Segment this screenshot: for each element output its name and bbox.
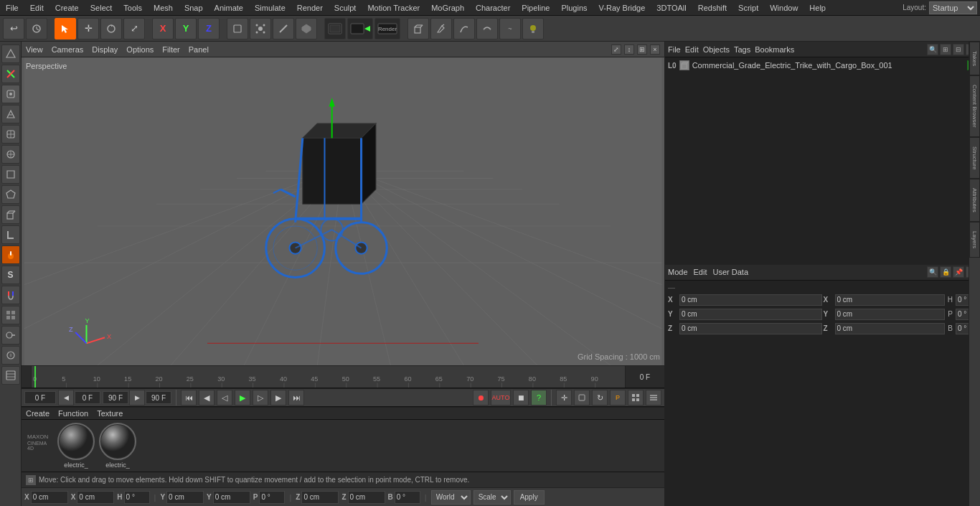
settings-btn[interactable] bbox=[646, 390, 661, 406]
question-btn[interactable]: ? bbox=[531, 390, 547, 406]
coord-y1-input[interactable] bbox=[166, 491, 204, 504]
menu-window[interactable]: Window bbox=[764, 2, 804, 14]
scale-tool-button[interactable]: ⤢ bbox=[123, 18, 145, 39]
undo-button[interactable]: ↩ bbox=[3, 18, 24, 39]
attr-lock-btn[interactable]: 🔒 bbox=[940, 266, 951, 278]
attr-pin-btn[interactable]: 📌 bbox=[953, 266, 964, 278]
coord-p-input[interactable] bbox=[259, 491, 285, 504]
frame-field-2[interactable] bbox=[75, 391, 100, 404]
scale-dropdown[interactable]: Scale Size bbox=[473, 490, 511, 505]
menu-select[interactable]: Select bbox=[85, 2, 118, 14]
viewport-menu-cameras[interactable]: Cameras bbox=[52, 45, 84, 54]
menu-3dtoall[interactable]: 3DTOAll bbox=[651, 2, 692, 14]
prev-arrow-btn[interactable]: ◀ bbox=[58, 390, 74, 406]
loop-btn[interactable]: ↻ bbox=[592, 390, 608, 406]
sidebar-magnet-tool[interactable] bbox=[1, 286, 20, 304]
apply-button[interactable]: Apply bbox=[514, 490, 545, 505]
menu-mograph[interactable]: MoGraph bbox=[425, 2, 470, 14]
viewport-menu-options[interactable]: Options bbox=[126, 45, 154, 54]
obj-menu-file[interactable]: File bbox=[668, 45, 681, 54]
select-tool-button[interactable] bbox=[55, 18, 76, 39]
deformer-button[interactable] bbox=[476, 18, 498, 39]
bulb-button[interactable] bbox=[522, 18, 544, 39]
edge-mode-button[interactable] bbox=[273, 18, 294, 39]
menu-create[interactable]: Create bbox=[50, 2, 85, 14]
menu-mesh[interactable]: Mesh bbox=[148, 2, 179, 14]
object-mode-button[interactable] bbox=[227, 18, 248, 39]
record-btn[interactable]: ⏺ bbox=[473, 390, 489, 406]
sidebar-tool-3[interactable] bbox=[1, 85, 20, 103]
next-keyframe-btn[interactable]: ▷ bbox=[253, 390, 268, 406]
attr-menu-userdata[interactable]: User Data bbox=[713, 268, 749, 276]
sidebar-l-tool[interactable] bbox=[1, 225, 20, 244]
menu-snap[interactable]: Snap bbox=[179, 2, 209, 14]
coord-h-input[interactable] bbox=[124, 491, 150, 504]
render-region-button[interactable] bbox=[324, 18, 346, 39]
menu-redshift[interactable]: Redshift bbox=[692, 2, 732, 14]
menu-help[interactable]: Help bbox=[804, 2, 831, 14]
next-arrow-btn[interactable]: ▶ bbox=[129, 390, 145, 406]
obj-menu-objects[interactable]: Objects bbox=[703, 45, 730, 54]
menu-render[interactable]: Render bbox=[291, 2, 329, 14]
play-btn[interactable]: ▶ bbox=[235, 390, 250, 406]
z-axis-button[interactable]: Z bbox=[198, 18, 220, 39]
vtab-layers[interactable]: Layers bbox=[969, 222, 980, 258]
viewport-grid-btn[interactable]: ⊞ bbox=[637, 44, 647, 55]
y-axis-button[interactable]: Y bbox=[175, 18, 197, 39]
attr-y1-input[interactable] bbox=[679, 309, 822, 320]
vtab-structure[interactable]: Structure bbox=[969, 137, 980, 179]
next-frame-btn[interactable]: ▶ bbox=[270, 390, 286, 406]
obj-search-btn[interactable]: 🔍 bbox=[927, 44, 938, 55]
cube-view-button[interactable] bbox=[407, 18, 429, 39]
object-row-trike[interactable]: L0 Commercial_Grade_Electric_Trike_with_… bbox=[668, 60, 977, 70]
record-auto-btn[interactable]: AUTO bbox=[491, 390, 511, 406]
mat-menu-texture[interactable]: Texture bbox=[97, 409, 123, 418]
coord-x2-input[interactable] bbox=[77, 491, 114, 504]
coord-z1-input[interactable] bbox=[301, 491, 339, 504]
sidebar-paint-tool[interactable] bbox=[1, 245, 20, 264]
spline-button[interactable] bbox=[453, 18, 475, 39]
poly-mode-button[interactable] bbox=[296, 18, 317, 39]
goto-end-btn[interactable]: ⏭ bbox=[288, 390, 304, 406]
prev-frame-btn[interactable]: ◀ bbox=[199, 390, 215, 406]
attr-y2-input[interactable] bbox=[835, 309, 946, 320]
obj-menu-bookmarks[interactable]: Bookmarks bbox=[755, 45, 794, 54]
snapping-btn[interactable]: ✛ bbox=[556, 390, 572, 406]
viewport-menu-panel[interactable]: Panel bbox=[189, 45, 209, 54]
viewport-arrow-btn[interactable]: ↕ bbox=[624, 44, 634, 55]
prev-keyframe-btn[interactable]: ◁ bbox=[217, 390, 232, 406]
sidebar-tool-1[interactable] bbox=[1, 44, 20, 63]
goto-start-btn[interactable]: ⏮ bbox=[181, 390, 197, 406]
mat-menu-create[interactable]: Create bbox=[26, 409, 50, 418]
material-item-1[interactable]: electric_ bbox=[57, 423, 95, 469]
stop-btn[interactable]: ⏹ bbox=[513, 390, 529, 406]
move-tool-button[interactable]: ✛ bbox=[77, 18, 99, 39]
material-swatch-1[interactable] bbox=[57, 423, 95, 460]
coord-y2-input[interactable] bbox=[213, 491, 250, 504]
param-btn[interactable]: P bbox=[610, 390, 626, 406]
start-frame-input[interactable] bbox=[24, 391, 56, 404]
sidebar-tool-16[interactable] bbox=[1, 366, 20, 385]
attr-z1-input[interactable] bbox=[679, 323, 822, 334]
end-frame-input-1[interactable] bbox=[103, 391, 128, 404]
viewport-menu-filter[interactable]: Filter bbox=[162, 45, 179, 54]
attr-x1-input[interactable] bbox=[679, 294, 822, 306]
rotate-tool-button[interactable] bbox=[100, 18, 122, 39]
attr-x2-input[interactable] bbox=[835, 294, 945, 306]
menu-simulate[interactable]: Simulate bbox=[249, 2, 291, 14]
viewport-close-btn[interactable]: × bbox=[650, 44, 660, 55]
sidebar-tool-8[interactable] bbox=[1, 185, 20, 204]
render-to-po-button[interactable] bbox=[347, 18, 373, 39]
coord-z2-input[interactable] bbox=[348, 491, 385, 504]
obj-menu-edit[interactable]: Edit bbox=[685, 45, 699, 54]
menu-pipeline[interactable]: Pipeline bbox=[516, 2, 555, 14]
key-btn[interactable] bbox=[574, 390, 590, 406]
world-dropdown[interactable]: World Object bbox=[431, 490, 471, 505]
material-item-2[interactable]: electric_ bbox=[99, 423, 136, 469]
point-mode-button[interactable] bbox=[250, 18, 271, 39]
coord-x1-input[interactable] bbox=[31, 491, 68, 504]
timeline-ruler[interactable]: 0 5 10 15 20 25 30 35 40 45 50 55 60 65 bbox=[32, 366, 625, 388]
viewport-expand-btn[interactable]: ⤢ bbox=[611, 44, 621, 55]
render-button[interactable]: Render bbox=[374, 18, 400, 39]
attr-menu-mode[interactable]: Mode bbox=[668, 268, 688, 276]
